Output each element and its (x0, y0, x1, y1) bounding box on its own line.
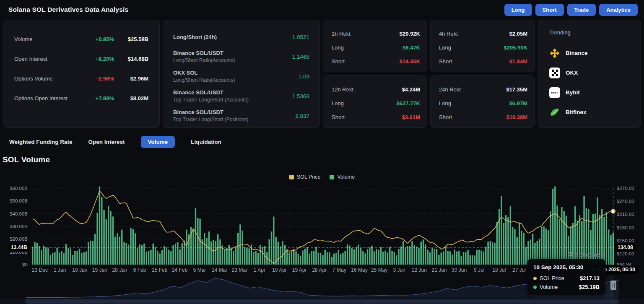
volume-bar (517, 237, 518, 265)
volume-bar (47, 248, 49, 265)
volume-bar (161, 250, 163, 265)
volume-bar (333, 254, 335, 265)
volume-bar (554, 187, 556, 265)
volume-bar (280, 247, 281, 265)
volume-bar (313, 251, 314, 265)
volume-bar (478, 250, 480, 265)
volume-bar (523, 233, 525, 265)
volume-bar (356, 247, 357, 265)
navigator-right-handle[interactable] (610, 281, 616, 290)
volume-bar (374, 251, 375, 265)
volume-bar (159, 254, 161, 265)
volume-bar (148, 251, 149, 265)
volume-bar (153, 244, 154, 265)
volume-bar (132, 229, 134, 265)
volume-bar (226, 248, 227, 265)
volume-bar (210, 242, 212, 265)
volume-bar (423, 239, 424, 265)
volume-bar (302, 250, 303, 265)
volume-bar (402, 241, 404, 265)
volume-bar (470, 255, 471, 265)
volume-bar (345, 251, 346, 265)
volume-bar (63, 253, 65, 265)
volume-bar (175, 244, 176, 265)
volume-bar (431, 248, 433, 265)
volume-bar (257, 253, 259, 265)
scrollbar-thumb[interactable] (25, 299, 619, 304)
volume-bar (74, 251, 75, 265)
volume-bar (295, 251, 296, 265)
crosshair-volume-chip: 13.44B (8, 243, 30, 252)
volume-bar (242, 231, 243, 265)
volume-bar (79, 249, 80, 265)
volume-bar (480, 250, 482, 265)
volume-bar (32, 247, 33, 265)
volume-bar (338, 250, 339, 265)
volume-bar (329, 252, 330, 265)
chart-scrollbar[interactable] (0, 299, 644, 304)
volume-bar (400, 247, 402, 265)
volume-bar (108, 206, 109, 265)
volume-bar (57, 248, 58, 265)
volume-bar (110, 211, 111, 265)
volume-bar (90, 241, 91, 265)
volume-bar (288, 252, 290, 265)
volume-bar (244, 247, 245, 265)
volume-bar (458, 251, 460, 265)
volume-bar (501, 196, 502, 265)
volume-bar (449, 251, 451, 265)
volume-bar (550, 211, 551, 265)
volume-bar (92, 241, 93, 265)
volume-bar (335, 253, 337, 265)
volume-bar (340, 254, 341, 265)
volume-bar (407, 246, 408, 265)
volume-bar (235, 247, 236, 265)
volume-bar (507, 217, 509, 265)
volume-bar (606, 212, 607, 265)
volume-bar (117, 233, 118, 265)
tooltip-series-name: SOL Price (540, 275, 577, 281)
volume-bar (206, 238, 207, 265)
volume-bar (215, 241, 216, 265)
volume-bar (197, 218, 198, 265)
volume-bar (421, 242, 422, 265)
volume-bar (525, 247, 527, 265)
volume-bar (112, 216, 114, 265)
volume-bar (394, 252, 395, 265)
volume-bar (68, 248, 69, 265)
volume-bar (369, 247, 370, 265)
volume-bar (146, 252, 147, 265)
volume-bar (358, 245, 359, 265)
volume-bar (494, 243, 495, 265)
volume-bar (463, 252, 464, 265)
volume-bar (170, 251, 171, 265)
volume-bar (186, 230, 187, 265)
tooltip-series-value: $217.13 (580, 275, 600, 281)
volume-bar (610, 235, 611, 265)
volume-bar (367, 249, 368, 265)
volume-bar (561, 207, 562, 265)
volume-bar (389, 247, 390, 265)
volume-bar (99, 187, 100, 265)
volume-bar (61, 251, 62, 265)
volume-bar (141, 245, 143, 265)
volume-bar (342, 253, 343, 265)
volume-bar (483, 252, 484, 265)
volume-bar (382, 252, 384, 265)
volume-bar (436, 249, 437, 265)
volume-bar (441, 252, 442, 265)
volume-bar (219, 239, 221, 265)
volume-bar (559, 219, 560, 265)
volume-bar (427, 250, 428, 265)
volume-bar (36, 243, 38, 265)
volume-bar (39, 246, 40, 265)
volume-bar (306, 247, 308, 265)
volume-bar (331, 257, 332, 265)
volume-bar (139, 244, 140, 265)
volume-bar (418, 248, 419, 265)
tooltip-row-price: SOL Price $217.13 (533, 275, 600, 281)
volume-bar (409, 247, 410, 265)
volume-bar (204, 233, 205, 265)
volume-bar (166, 247, 167, 265)
volume-bar (371, 246, 372, 265)
